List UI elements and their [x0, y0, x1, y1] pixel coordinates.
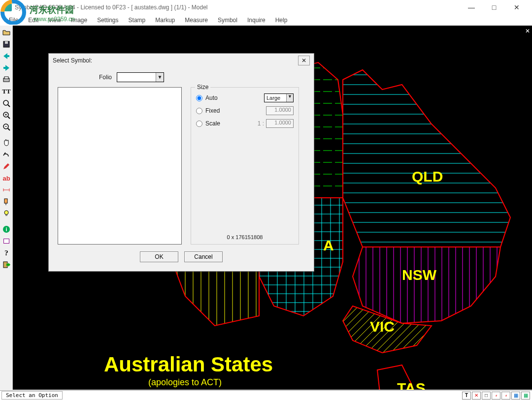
window-title: SymbolCAD 2020 A.04 - Licensed to 0F23 -…	[15, 4, 460, 11]
menu-symbol[interactable]: Symbol	[213, 16, 242, 25]
symbol-listbox[interactable]	[58, 87, 182, 245]
map-title: Australian States	[104, 353, 273, 376]
titlebar: SymbolCAD 2020 A.04 - Licensed to 0F23 -…	[0, 0, 532, 15]
label-nsw: NSW	[402, 267, 436, 283]
size-scale-label: Scale	[205, 120, 235, 127]
hand-icon[interactable]	[0, 137, 12, 148]
svg-point-20	[4, 211, 8, 215]
size-auto-radio[interactable]	[196, 95, 202, 101]
svg-line-7	[8, 105, 10, 107]
watermark-text: 河东软件园	[30, 4, 74, 16]
size-fixed-label: Fixed	[205, 107, 235, 114]
status-icon-box[interactable]: □	[482, 392, 491, 400]
book-icon[interactable]	[0, 236, 12, 246]
dialog-close-button[interactable]: ✕	[298, 56, 310, 65]
zoom-icon[interactable]	[0, 98, 12, 109]
scale-prefix: 1 :	[258, 120, 264, 127]
menubar: File Edit View Image Settings Stamp Mark…	[0, 15, 532, 26]
textbox-icon[interactable]: TT	[0, 86, 12, 97]
save-icon[interactable]	[0, 39, 12, 50]
size-panel: Size Auto Large▼ Fixed 1.0000 Scale	[191, 87, 299, 245]
size-scale-radio[interactable]	[196, 121, 202, 127]
svg-rect-18	[4, 199, 7, 203]
info-icon[interactable]: i	[0, 224, 12, 235]
folio-dropdown[interactable]: ▼	[117, 72, 164, 82]
lamp-icon[interactable]	[0, 208, 12, 219]
text-icon[interactable]: ab	[0, 173, 12, 184]
exit-icon[interactable]	[0, 259, 12, 270]
svg-point-6	[3, 100, 8, 105]
label-qld: QLD	[412, 168, 443, 185]
size-fixed-radio[interactable]	[196, 108, 202, 114]
folio-label: Folio	[58, 74, 117, 81]
print-icon[interactable]	[0, 74, 12, 85]
left-toolbar: TT ab i ?	[0, 26, 13, 390]
help-icon[interactable]: ?	[0, 247, 12, 258]
map-subtitle: (apologies to ACT)	[148, 377, 222, 388]
svg-rect-5	[4, 77, 8, 79]
label-vic: VIC	[370, 318, 395, 335]
status-icon-s2[interactable]: ⸗	[501, 392, 510, 400]
status-text: Select an Option	[1, 391, 63, 400]
menu-help[interactable]: Help	[270, 16, 293, 25]
select-symbol-dialog: Select Symbol: ✕ Folio ▼ Size Auto Large…	[48, 53, 314, 272]
zoom-in-icon[interactable]	[0, 110, 12, 121]
status-icon-grid1[interactable]: ▦	[511, 392, 520, 400]
svg-text:i: i	[5, 226, 7, 232]
dialog-title: Select Symbol:	[53, 57, 92, 64]
cancel-button[interactable]: Cancel	[184, 251, 223, 262]
ok-button[interactable]: OK	[140, 251, 178, 262]
arrow-left-icon[interactable]	[0, 51, 12, 62]
status-icon-grid2[interactable]: ▦	[521, 392, 530, 400]
dimension-icon[interactable]	[0, 185, 12, 195]
maximize-button[interactable]: □	[483, 0, 505, 15]
size-counter: 0 x 176151808	[191, 234, 299, 240]
zoom-out-icon[interactable]	[0, 122, 12, 132]
size-label: Size	[195, 84, 210, 91]
label-tas: TAS	[397, 380, 426, 390]
status-icon-t[interactable]: T	[462, 392, 471, 400]
menu-settings[interactable]: Settings	[92, 16, 123, 25]
svg-rect-21	[5, 215, 7, 216]
watermark-logo-icon	[0, 0, 27, 25]
paint-icon[interactable]	[0, 196, 12, 207]
status-icon-s1[interactable]: ⸗	[492, 392, 500, 400]
size-fixed-value: 1.0000	[266, 106, 294, 115]
status-icon-x[interactable]: ✕	[472, 392, 481, 400]
canvas-close-icon[interactable]: ✕	[525, 28, 530, 34]
minimize-button[interactable]: —	[460, 0, 483, 15]
menu-stamp[interactable]: Stamp	[124, 16, 151, 25]
size-scale-value: 1.0000	[266, 119, 294, 128]
chevron-down-icon: ▼	[156, 73, 164, 82]
size-auto-label: Auto	[205, 94, 235, 101]
watermark-url: www.pc0359.cn	[33, 16, 75, 23]
menu-inquire[interactable]: Inquire	[242, 16, 270, 25]
svg-line-14	[8, 128, 10, 130]
arrow-right-icon[interactable]	[0, 62, 12, 73]
size-large-dropdown[interactable]: Large▼	[264, 93, 294, 102]
chevron-down-icon: ▼	[286, 94, 293, 102]
pencil-icon[interactable]	[0, 161, 12, 172]
undo-icon[interactable]	[0, 149, 12, 160]
open-icon[interactable]	[0, 27, 12, 38]
close-button[interactable]: ✕	[505, 0, 528, 15]
svg-line-11	[8, 117, 10, 119]
menu-markup[interactable]: Markup	[150, 16, 180, 25]
menu-measure[interactable]: Measure	[180, 16, 213, 25]
statusbar: Select an Option T ✕ □ ⸗ ⸗ ▦ ▦	[0, 390, 532, 400]
label-sa: A	[323, 237, 334, 254]
svg-rect-3	[5, 41, 8, 44]
